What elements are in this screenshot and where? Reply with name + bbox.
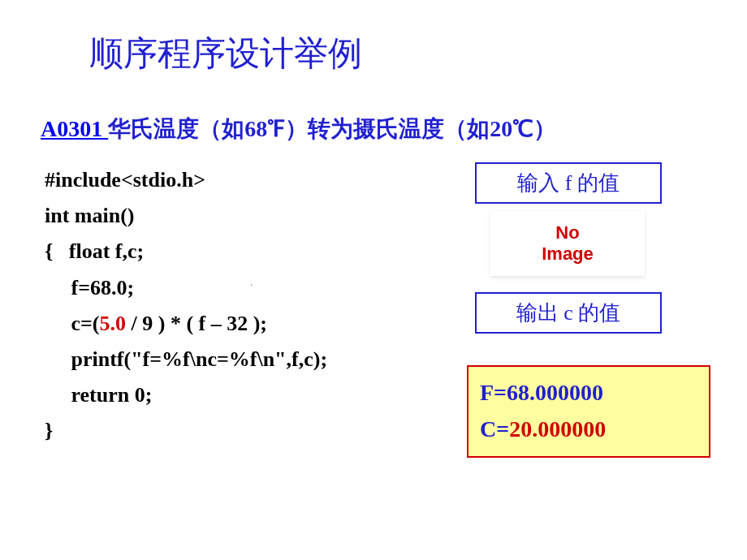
no-image-line2: Image bbox=[542, 243, 594, 265]
subtitle-line: A0301 华氏温度（如68℉）转为摄氏温度（如20℃） bbox=[41, 114, 556, 144]
code-block: #include<stdio.h> int main() { float f,c… bbox=[45, 162, 327, 450]
result-f-label: F= bbox=[480, 380, 507, 405]
page-marker: . bbox=[250, 276, 253, 288]
result-c-label: C= bbox=[480, 416, 509, 442]
code-line-7: return 0; bbox=[45, 377, 327, 413]
code-line-8: } bbox=[45, 413, 327, 449]
example-link[interactable]: A0301 bbox=[41, 116, 108, 141]
code-line-6: printf("f=%f\nc=%f\n",f,c); bbox=[45, 342, 327, 377]
input-f-box: 输入 f 的值 bbox=[475, 162, 662, 204]
slide-title: 顺序程序设计举例 bbox=[89, 31, 362, 76]
code-highlight-5.0: 5.0 bbox=[100, 312, 127, 335]
code-line-5: c=(5.0 / 9 ) * ( f – 32 ); bbox=[45, 306, 327, 342]
result-line-c: C=20.000000 bbox=[480, 411, 697, 448]
result-line-f: F=68.000000 bbox=[480, 375, 697, 411]
code-line-2: int main() bbox=[45, 198, 327, 234]
code-line-3: { float f,c; bbox=[45, 234, 327, 269]
no-image-placeholder: No Image bbox=[490, 211, 645, 276]
code-line-1: #include<stdio.h> bbox=[45, 162, 327, 198]
result-c-value: 20.000000 bbox=[509, 416, 606, 442]
no-image-line1: No bbox=[555, 222, 579, 243]
output-c-box: 输出 c 的值 bbox=[475, 292, 662, 334]
result-f-value: 68.000000 bbox=[507, 380, 603, 405]
code-line-4: f=68.0; bbox=[45, 270, 327, 306]
subtitle-text: 华氏温度（如68℉）转为摄氏温度（如20℃） bbox=[108, 116, 556, 141]
code-line-5b: / 9 ) * ( f – 32 ); bbox=[126, 312, 267, 335]
code-line-5a: c=( bbox=[45, 312, 100, 335]
result-box: F=68.000000 C=20.000000 bbox=[467, 365, 710, 458]
